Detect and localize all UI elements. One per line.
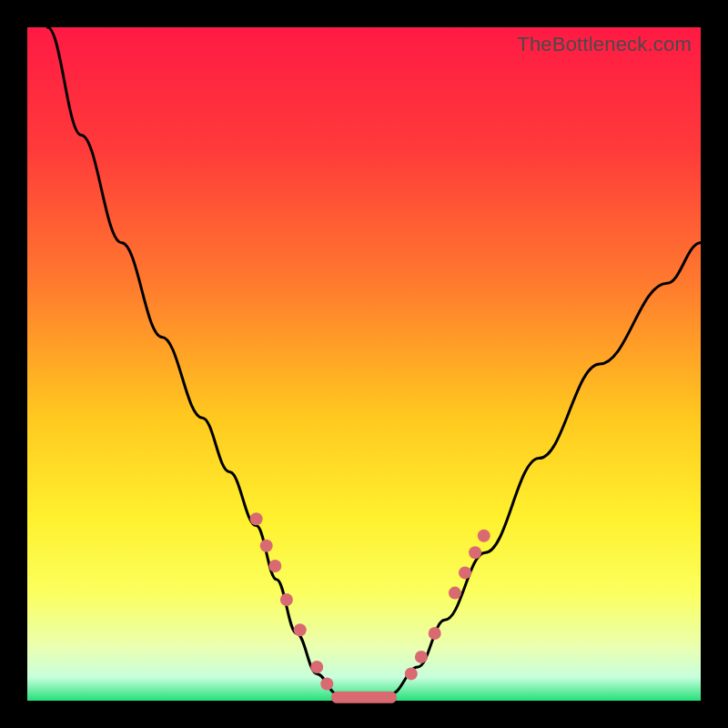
curve-marker [478,530,490,542]
chart-plot-area: TheBottleneck.com [27,27,701,701]
curve-marker [405,667,418,680]
curve-marker [459,566,471,579]
curve-marker [310,661,323,673]
curve-marker [260,540,273,552]
curve-marker [320,678,333,691]
curve-marker [268,560,281,572]
curve-marker [469,546,481,559]
curve-marker [415,651,428,663]
marker-group [250,512,490,690]
curve-marker [294,623,307,636]
bottleneck-curve [47,27,701,697]
curve-marker [449,587,461,600]
chart-stage: TheBottleneck.com [0,0,728,728]
curve-marker [250,512,263,525]
chart-svg [27,27,701,701]
curve-marker [429,627,441,640]
curve-marker [280,593,293,606]
